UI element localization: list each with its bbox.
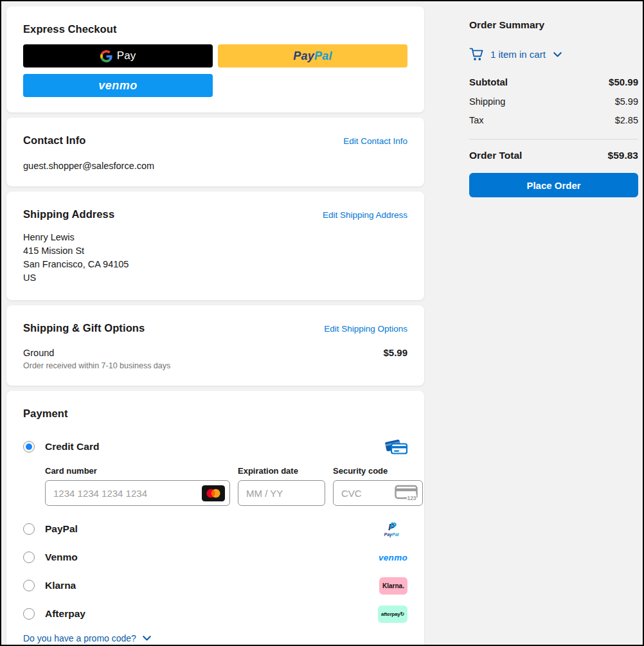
order-summary-rows: Subtotal $50.99 Shipping $5.99 Tax $2.85 xyxy=(469,76,638,125)
google-pay-label: Pay xyxy=(117,49,136,62)
cart-toggle[interactable]: 1 item in cart xyxy=(469,48,638,61)
checkout-main-column: Express Checkout Pay PayPal xyxy=(6,6,424,645)
shipping-address-lines: Henry Lewis 415 Mission St San Francisco… xyxy=(23,231,407,285)
payment-option-paypal[interactable]: PayPal PP PayPal xyxy=(23,515,407,543)
credit-card-form: Card number E xyxy=(45,466,407,506)
shipping-method: Ground xyxy=(23,348,54,358)
paypal-label: PayPal xyxy=(45,523,78,535)
express-checkout-buttons: Pay PayPal venmo xyxy=(23,44,407,97)
order-total-label: Order Total xyxy=(469,150,522,161)
paypal-logo-icon: PP PayPal xyxy=(375,522,407,537)
express-checkout-card: Express Checkout Pay PayPal xyxy=(6,6,424,112)
venmo-label: Venmo xyxy=(45,552,78,563)
afterpay-logo-icon: afterpay↻ xyxy=(378,606,407,623)
shipping-options-title: Shipping & Gift Options xyxy=(23,322,145,334)
shipping-method-price: $5.99 xyxy=(383,347,407,358)
contact-email: guest.shopper@salesforce.com xyxy=(23,161,407,171)
card-number-input[interactable] xyxy=(45,480,230,506)
order-summary-panel: Order Summary 1 item in cart Subtotal $5… xyxy=(424,1,643,645)
cart-icon xyxy=(469,48,484,61)
security-code-label: Security code xyxy=(333,466,423,476)
paypal-wordmark-pay: Pay xyxy=(293,49,314,63)
payment-title: Payment xyxy=(23,408,407,420)
afterpay-radio[interactable] xyxy=(23,608,35,620)
order-summary-divider xyxy=(469,139,638,139)
order-total-value: $59.83 xyxy=(608,150,638,161)
credit-card-label: Credit Card xyxy=(45,441,99,453)
place-order-button[interactable]: Place Order xyxy=(469,173,638,197)
subtotal-row: Subtotal $50.99 xyxy=(469,76,638,87)
edit-shipping-address-link[interactable]: Edit Shipping Address xyxy=(323,210,407,220)
credit-cards-icon xyxy=(375,438,407,456)
subtotal-label: Subtotal xyxy=(469,76,508,87)
payment-option-klarna[interactable]: Klarna Klarna. xyxy=(23,571,407,600)
payment-option-venmo[interactable]: Venmo venmo xyxy=(23,543,407,571)
security-code-input[interactable] xyxy=(333,480,423,506)
tax-value: $2.85 xyxy=(615,115,638,125)
paypal-radio[interactable] xyxy=(23,523,35,535)
cart-item-count: 1 item in cart xyxy=(490,49,546,60)
promo-code-toggle[interactable]: Do you have a promo code? xyxy=(23,633,407,643)
shipping-address-title: Shipping Address xyxy=(23,208,114,220)
contact-info-title: Contact Info xyxy=(23,134,85,147)
expiration-date-input[interactable] xyxy=(238,480,325,506)
edit-contact-info-link[interactable]: Edit Contact Info xyxy=(343,136,407,146)
venmo-express-button[interactable]: venmo xyxy=(23,74,213,97)
paypal-express-button[interactable]: PayPal xyxy=(218,44,407,67)
order-total-row: Order Total $59.83 xyxy=(469,150,638,161)
chevron-down-icon xyxy=(143,636,151,641)
subtotal-value: $50.99 xyxy=(609,76,638,87)
venmo-logo-icon: venmo xyxy=(375,553,407,562)
payment-option-afterpay[interactable]: Afterpay afterpay↻ xyxy=(23,600,407,628)
afterpay-label: Afterpay xyxy=(45,608,85,620)
paypal-wordmark-pal: Pal xyxy=(314,49,332,63)
shipping-method-note: Order received within 7-10 business days xyxy=(23,361,407,370)
checkout-page: Express Checkout Pay PayPal xyxy=(0,0,644,646)
contact-info-card: Contact Info Edit Contact Info guest.sho… xyxy=(6,118,424,186)
klarna-logo-icon: Klarna. xyxy=(379,577,407,595)
address-name: Henry Lewis xyxy=(23,231,407,244)
address-street: 415 Mission St xyxy=(23,244,407,258)
address-country: US xyxy=(23,271,407,285)
shipping-row: Shipping $5.99 xyxy=(469,96,638,107)
klarna-radio[interactable] xyxy=(23,580,35,591)
shipping-address-card: Shipping Address Edit Shipping Address H… xyxy=(6,192,424,300)
credit-card-radio[interactable] xyxy=(23,441,35,453)
card-number-label: Card number xyxy=(45,466,230,476)
klarna-label: Klarna xyxy=(45,580,76,591)
address-city: San Francisco, CA 94105 xyxy=(23,258,407,271)
edit-shipping-options-link[interactable]: Edit Shipping Options xyxy=(324,324,407,334)
chevron-down-icon xyxy=(553,52,562,57)
tax-label: Tax xyxy=(469,115,484,125)
order-summary-title: Order Summary xyxy=(469,19,638,31)
tax-row: Tax $2.85 xyxy=(469,115,638,125)
promo-code-label: Do you have a promo code? xyxy=(23,633,136,643)
expiration-date-label: Expiration date xyxy=(238,466,325,476)
shipping-options-card: Shipping & Gift Options Edit Shipping Op… xyxy=(6,305,424,386)
venmo-radio[interactable] xyxy=(23,552,35,563)
payment-option-credit-card[interactable]: Credit Card xyxy=(23,438,407,456)
express-checkout-title: Express Checkout xyxy=(23,23,407,35)
shipping-label: Shipping xyxy=(469,96,505,107)
shipping-value: $5.99 xyxy=(615,96,638,107)
google-pay-button[interactable]: Pay xyxy=(23,44,213,67)
google-g-icon xyxy=(100,50,112,62)
payment-card: Payment Credit Card xyxy=(6,391,424,646)
